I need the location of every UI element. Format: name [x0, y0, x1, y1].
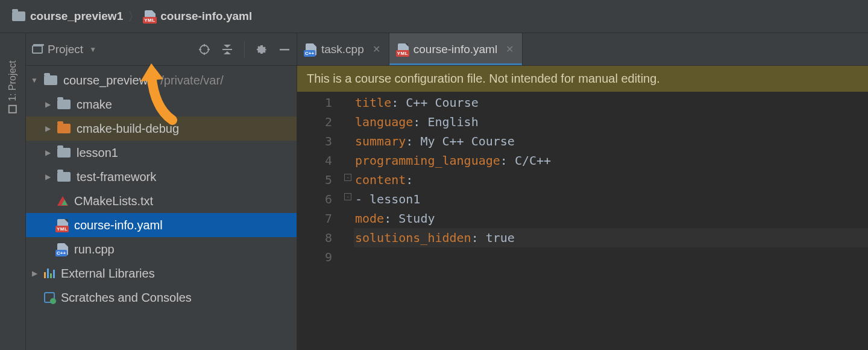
tree-file-course-info[interactable]: YML course-info.yaml [26, 213, 297, 237]
svg-rect-8 [280, 49, 289, 51]
tree-item-label: cmake-build-debug [77, 122, 179, 136]
svg-point-0 [200, 45, 209, 54]
yaml-key: title [355, 95, 391, 110]
expand-arrow-right-icon[interactable]: ▶ [44, 124, 51, 133]
yaml-value: : My C++ Course [406, 134, 515, 148]
tree-file-run-cpp[interactable]: C++ run.cpp [26, 237, 297, 261]
tree-folder-cmake-build-debug[interactable]: ▶ cmake-build-debug [26, 116, 297, 141]
yaml-value: : English [413, 115, 478, 129]
expand-arrow-right-icon[interactable]: ▶ [31, 269, 38, 278]
yaml-key: content [355, 173, 406, 187]
tree-item-label: CMakeLists.txt [74, 194, 153, 208]
project-tool-tab[interactable]: 1: Project [7, 60, 18, 113]
expand-arrow-right-icon[interactable]: ▶ [44, 148, 51, 157]
tree-item-label: External Libraries [61, 267, 155, 281]
tree-item-label: test-framework [77, 170, 156, 184]
fold-column: - - [344, 93, 354, 267]
expand-arrow-down-icon[interactable]: ▼ [31, 76, 38, 84]
breadcrumb-root[interactable]: course_preview1 [12, 10, 123, 23]
yaml-file-icon: YML [398, 43, 409, 56]
breadcrumb: course_preview1 〉 YML course-info.yaml [0, 0, 868, 33]
yml-badge: YML [396, 50, 409, 57]
cpp-badge: C++ [55, 250, 67, 256]
svg-rect-6 [222, 49, 232, 50]
cpp-badge: C++ [304, 50, 315, 57]
libraries-icon [44, 269, 55, 278]
tree-folder-lesson1[interactable]: ▶ lesson1 [26, 141, 297, 165]
folder-icon [57, 172, 71, 182]
line-number: 5 [297, 170, 332, 189]
yaml-value: : true [471, 231, 515, 245]
svg-marker-7 [224, 51, 231, 54]
close-icon[interactable]: ✕ [506, 43, 514, 55]
project-tree[interactable]: ▼ course_preview1 /private/var/ ▶ cmake … [26, 66, 297, 310]
project-view-icon [32, 45, 43, 54]
yaml-file-icon: YML [145, 10, 156, 22]
folder-icon [57, 100, 71, 109]
tree-item-label: lesson1 [77, 146, 118, 160]
tree-root-path: /private/var/ [160, 74, 223, 88]
project-sidebar: Project ▼ [26, 33, 297, 350]
separator [244, 41, 245, 58]
line-number: 1 [297, 93, 332, 112]
fold-marker-icon[interactable]: - [344, 193, 351, 200]
yaml-value: : C++ Course [391, 95, 479, 110]
tree-external-libraries[interactable]: ▶ External Libraries [26, 261, 297, 285]
expand-arrow-right-icon[interactable]: ▶ [44, 100, 51, 109]
line-number: 6 [297, 189, 332, 209]
expand-arrow-right-icon[interactable]: ▶ [44, 173, 51, 181]
collapse-all-icon[interactable] [221, 43, 233, 56]
yml-badge: YML [55, 226, 69, 232]
folder-icon [44, 75, 57, 85]
tab-label: course-info.yaml [414, 43, 497, 56]
cpp-file-icon: C++ [57, 243, 68, 255]
code-content[interactable]: title: C++ Course language: English summ… [354, 93, 868, 267]
yml-badge: YML [143, 17, 156, 24]
cmake-file-icon [57, 196, 68, 206]
breadcrumb-file[interactable]: YML course-info.yaml [145, 10, 252, 23]
fold-marker-icon[interactable]: - [344, 174, 351, 181]
sidebar-header: Project ▼ [26, 33, 297, 66]
folder-icon [57, 124, 71, 133]
breadcrumb-root-label: course_preview1 [30, 10, 123, 23]
yaml-value: : Study [384, 211, 435, 226]
line-number: 9 [297, 247, 332, 267]
close-icon[interactable]: ✕ [373, 43, 380, 55]
tree-folder-test-framework[interactable]: ▶ test-framework [26, 165, 297, 189]
locate-icon[interactable] [198, 43, 210, 56]
line-number: 8 [297, 228, 332, 247]
project-tool-icon [8, 105, 17, 113]
scratches-icon [44, 292, 55, 303]
line-gutter: 1 2 3 4 5 6 7 8 9 [297, 93, 344, 267]
hide-icon[interactable] [278, 43, 291, 56]
tree-item-label: run.cpp [74, 243, 115, 256]
banner-text: This is a course configuration file. Not… [307, 72, 660, 85]
chevron-down-icon: ▼ [89, 45, 96, 54]
tree-folder-cmake[interactable]: ▶ cmake [26, 92, 297, 116]
tree-root[interactable]: ▼ course_preview1 /private/var/ [26, 68, 297, 92]
folder-icon [57, 148, 71, 158]
svg-marker-5 [224, 45, 231, 48]
project-tool-label: 1: Project [7, 60, 18, 101]
yaml-key: solutions_hidden [355, 231, 471, 245]
yaml-list-item: - lesson1 [355, 192, 420, 206]
tree-scratches[interactable]: Scratches and Consoles [26, 285, 297, 310]
tree-file-cmakelists[interactable]: CMakeLists.txt [26, 189, 297, 213]
folder-icon [12, 11, 25, 21]
line-number: 7 [297, 209, 332, 228]
project-view-label: Project [48, 43, 83, 56]
project-view-selector[interactable]: Project ▼ [32, 43, 96, 56]
cpp-file-icon: C++ [306, 43, 316, 56]
code-editor[interactable]: 1 2 3 4 5 6 7 8 9 - - title: C++ Course … [297, 92, 868, 267]
editor-tabs: C++ task.cpp ✕ YML course-info.yaml ✕ [297, 33, 868, 66]
tab-course-info[interactable]: YML course-info.yaml ✕ [389, 33, 523, 65]
line-number: 4 [297, 151, 332, 170]
chevron-right-icon: 〉 [128, 8, 140, 25]
yaml-key: summary [355, 134, 406, 148]
gear-icon[interactable] [256, 43, 268, 56]
yaml-value: : C/C++ [500, 153, 551, 168]
tree-item-label: cmake [77, 98, 112, 112]
tab-task-cpp[interactable]: C++ task.cpp ✕ [297, 33, 389, 65]
tree-item-label: course-info.yaml [74, 218, 163, 232]
breadcrumb-file-label: course-info.yaml [160, 10, 252, 23]
